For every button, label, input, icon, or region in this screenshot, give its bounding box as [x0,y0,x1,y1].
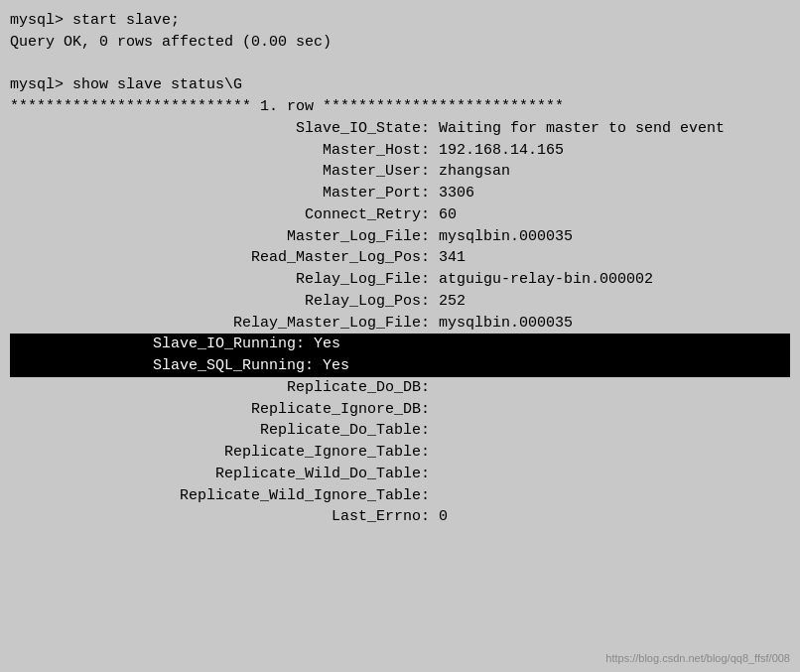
cmd-start-slave: mysql> start slave; [10,10,790,32]
field-row-replicate-wild-do-table: Replicate_Wild_Do_Table: [10,464,790,485]
watermark: https://blog.csdn.net/blog/qq8_ffsf/008 [605,652,790,664]
field-row-read-master-log-pos: Read_Master_Log_Pos: 341 [10,247,790,269]
result-start-slave: Query OK, 0 rows affected (0.00 sec) [10,32,790,54]
field-row-replicate-ignore-table: Replicate_Ignore_Table: [10,442,790,464]
row-divider: *************************** 1. row *****… [10,96,790,118]
field-row-relay-master-log-file: Relay_Master_Log_File: mysqlbin.000035 [10,313,790,335]
field-row-connect-retry: Connect_Retry: 60 [10,204,790,226]
field-row-master-host: Master_Host: 192.168.14.165 [10,140,790,162]
field-row-master-user: Master_User: zhangsan [10,161,790,183]
field-row-master-log-file: Master_Log_File: mysqlbin.000035 [10,226,790,248]
field-row-replicate-do-db: Replicate_Do_DB: [10,377,790,399]
field-row-last-errno: Last_Errno: 0 [10,506,790,528]
blank-line [10,54,790,75]
field-row-replicate-ignore-db: Replicate_Ignore_DB: [10,399,790,421]
field-row-slave-io-running: Slave_IO_Running: Yes [10,334,790,355]
field-row-slave-io-state: Slave_IO_State: Waiting for master to se… [10,118,790,140]
field-row-relay-log-pos: Relay_Log_Pos: 252 [10,291,790,313]
cmd-show-slave: mysql> show slave status\G [10,74,790,96]
field-row-replicate-do-table: Replicate_Do_Table: [10,420,790,442]
field-row-master-port: Master_Port: 3306 [10,183,790,204]
field-row-replicate-wild-ignore-table: Replicate_Wild_Ignore_Table: [10,485,790,507]
terminal-window: mysql> start slave; Query OK, 0 rows aff… [0,0,800,672]
field-row-slave-sql-running: Slave_SQL_Running: Yes [10,355,790,377]
field-row-relay-log-file: Relay_Log_File: atguigu-relay-bin.000002 [10,269,790,291]
fields-container: Slave_IO_State: Waiting for master to se… [10,118,790,528]
